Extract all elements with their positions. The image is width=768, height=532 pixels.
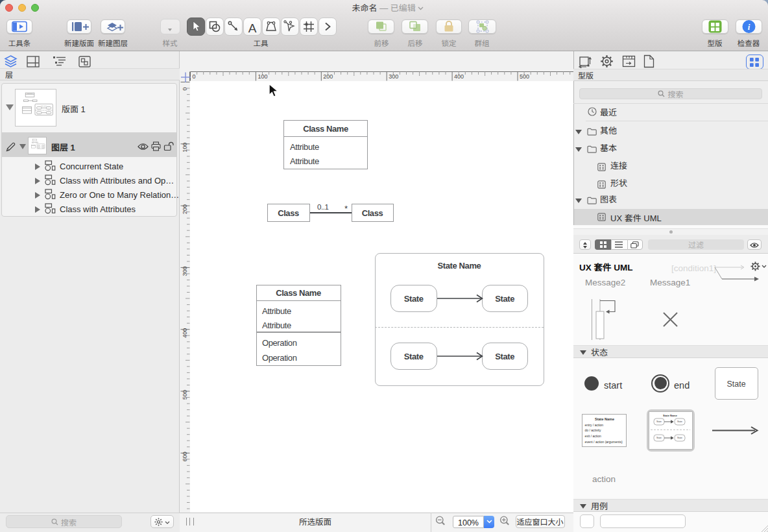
svg-text:500: 500: [180, 390, 189, 400]
svg-text:Class Name: Class Name: [27, 93, 32, 94]
svg-text:200: 200: [180, 204, 189, 214]
svg-text:State: State: [656, 436, 662, 439]
svg-text:State: State: [656, 420, 662, 423]
svg-text:0: 0: [180, 87, 189, 90]
svg-text:i: i: [747, 22, 750, 32]
svg-text:100: 100: [180, 143, 189, 152]
svg-text:State: State: [677, 420, 682, 423]
svg-text:State Name: State Name: [41, 105, 47, 106]
svg-text:300: 300: [180, 266, 189, 276]
svg-text:State: State: [677, 436, 682, 439]
svg-text:600: 600: [180, 452, 189, 461]
svg-text:0: 0: [193, 72, 196, 80]
svg-text:400: 400: [180, 328, 189, 338]
